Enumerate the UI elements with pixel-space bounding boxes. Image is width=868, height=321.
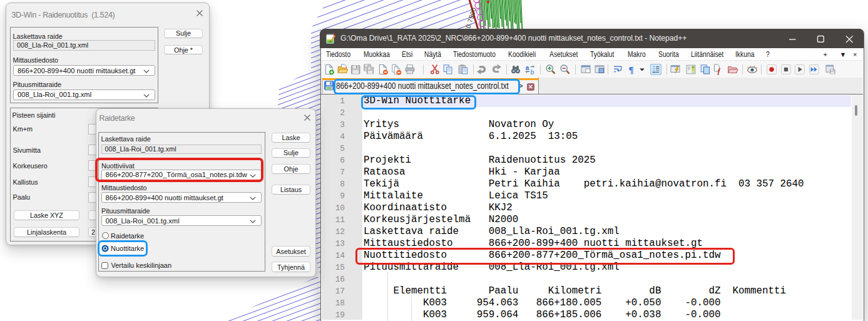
scrollbar-thumb[interactable] [855, 105, 857, 116]
sulje-button[interactable]: Sulje [272, 148, 310, 158]
print-icon[interactable] [404, 64, 416, 75]
row-label-sivumitta: Sivumitta [13, 146, 41, 154]
vertailu-checkbox-label: Vertailu keskilinjaan [111, 262, 172, 269]
line-number-12: 12 [322, 226, 345, 238]
open-file-icon[interactable] [337, 64, 349, 75]
close-icon[interactable] [196, 9, 203, 17]
sulje-button[interactable]: Sulje [164, 29, 203, 38]
indent-guide-icon[interactable] [650, 64, 661, 75]
macro-play-icon[interactable] [794, 64, 805, 75]
undo-icon[interactable] [476, 64, 488, 75]
zoom-out-icon[interactable] [559, 64, 571, 75]
pituusmittaraide-combobox[interactable]: 008_Lla-Roi_001.tg.xml [101, 215, 262, 226]
close-all-icon[interactable] [391, 64, 402, 75]
macro-run-multiple-icon[interactable] [809, 64, 820, 75]
chevron-down-icon [250, 174, 256, 178]
vertical-scrollbar[interactable] [852, 94, 864, 320]
function-list-icon[interactable]: f [713, 64, 724, 75]
close-icon[interactable] [304, 114, 311, 121]
ohje-button[interactable]: Ohje * [164, 45, 203, 54]
menu-muokkaa[interactable]: Muokkaa [364, 48, 390, 61]
cut-icon[interactable] [429, 64, 441, 75]
menu-tiedostomuoto[interactable]: Tiedostomuoto [453, 48, 496, 61]
laskettava-raide-field[interactable]: 008_Lla-Roi_001.tg.xml [13, 40, 155, 51]
line-number-19: 19 [322, 309, 345, 321]
close-file-icon[interactable] [377, 64, 389, 75]
new-file-icon[interactable] [324, 64, 335, 75]
text-line-4: Päivämäärä 6.1.2025 13:05 [364, 131, 578, 143]
dialog-title: Raidetarke [100, 111, 135, 125]
menu-ikkuna[interactable]: Ikkuna [735, 48, 754, 61]
mittaustiedosto-combobox[interactable]: 866+200-899+400 nuotti mittaukset.gt [101, 192, 262, 203]
save-icon[interactable] [350, 64, 361, 75]
menu-ty-kalut[interactable]: Työkalut [590, 48, 614, 61]
tyhjenna-button[interactable]: Tyhjennä [272, 262, 310, 272]
nuottitarke-radio-checked[interactable] [101, 245, 109, 252]
menu-koodikieli[interactable]: Koodikieli [508, 48, 536, 61]
svg-text:b: b [530, 69, 534, 76]
word-wrap-icon[interactable] [612, 64, 623, 75]
find-icon[interactable] [510, 64, 521, 75]
indent-guide [387, 272, 388, 321]
paste-icon[interactable] [457, 64, 469, 75]
menubar-dropdown-icon[interactable]: ▼ [840, 48, 847, 61]
doc-switcher-icon[interactable] [700, 64, 711, 75]
menu-makro[interactable]: Makro [628, 48, 646, 61]
tab-title[interactable]: 866+200-899+400 nuotti mittaukset_notes_… [336, 78, 509, 94]
menu-n-yt-[interactable]: Näytä [424, 48, 441, 61]
dropdown-icon[interactable] [636, 64, 648, 75]
menu-liit-nn-iset[interactable]: Liitännäiset [691, 48, 723, 61]
toolbar-separator [666, 64, 667, 74]
line-number-2: 2 [322, 107, 345, 119]
toolbar-separator [423, 64, 424, 74]
menubar-plus-icon[interactable]: + [824, 48, 827, 61]
menu-asetukset[interactable]: Asetukset [549, 48, 578, 61]
linjalaskenta-button[interactable]: Linjalaskenta [14, 227, 79, 237]
monitor-icon[interactable] [670, 64, 681, 75]
indent-guide [411, 297, 412, 321]
laske-xyz-button[interactable]: Laske XYZ [14, 210, 79, 220]
laskettava-raide-field[interactable]: 008_Lla-Roi_001.tg.xml [101, 145, 262, 155]
tab-close-button[interactable]: ✕ [527, 83, 535, 91]
vertailu-checkbox[interactable] [101, 262, 108, 269]
pituusmittaraide-label: Pituusmittaraide [101, 207, 150, 215]
line-number-15: 15 [322, 262, 345, 273]
text-line-1: 3D-Win Nuottitarke [364, 95, 471, 107]
redo-icon[interactable] [491, 64, 502, 75]
menu-etsi[interactable]: Etsi [402, 48, 412, 61]
menu-suorita[interactable]: Suorita [658, 48, 679, 61]
replace-icon[interactable]: ab [524, 64, 536, 75]
save-all-icon[interactable] [364, 64, 375, 75]
macro-stop-icon[interactable] [780, 64, 792, 75]
folder-as-workspace-icon[interactable] [727, 64, 738, 75]
macro-record-icon[interactable] [766, 64, 777, 75]
combobox-value: 866+200-877+200_Törmä_osa1_notes.pi.tdw [106, 171, 247, 178]
menu-tiedosto[interactable]: Tiedosto [326, 48, 350, 61]
listaus-button[interactable]: Listaus [272, 185, 310, 195]
laske-button[interactable]: Laske [272, 133, 310, 143]
ohje-button[interactable]: Ohje [272, 164, 310, 174]
macro-save-icon[interactable] [825, 64, 836, 75]
view-eye-icon[interactable] [747, 64, 758, 75]
line-number-1: 1 [322, 95, 345, 107]
window-title: G:\Oma Drive\1_RATA 2025\2_NRC\866+200-8… [340, 29, 687, 48]
document-map-icon[interactable] [685, 64, 697, 75]
svg-text:¶: ¶ [629, 65, 634, 75]
caption-buttons [774, 29, 862, 48]
line-number-11: 11 [322, 214, 345, 226]
menu-?[interactable]: ? [766, 48, 770, 61]
asetukset-button[interactable]: Asetukset [272, 246, 310, 257]
chevron-down-icon [250, 196, 256, 200]
raidetarke-radio[interactable] [102, 232, 109, 239]
mittaustiedosto-combobox[interactable]: 866+200-899+400 nuotti mittaukset.gt [13, 65, 155, 76]
zoom-in-icon[interactable] [545, 64, 556, 75]
text-line-11: Korkeusjärjestelmä N2000 [364, 214, 518, 226]
titlebar[interactable]: G:\Oma Drive\1_RATA 2025\2_NRC\866+200-8… [320, 29, 864, 49]
menubar-close-icon[interactable]: × [853, 48, 857, 61]
pituusmittaraide-combobox[interactable]: 008_Lla-Roi_001.tg.xml [13, 89, 155, 100]
nuottiviivat-combobox[interactable]: 866+200-877+200_Törmä_osa1_notes.pi.tdw [101, 170, 262, 180]
copy-icon[interactable] [442, 64, 454, 75]
postit-icon[interactable] [594, 64, 605, 75]
fullscreen-icon[interactable] [580, 64, 591, 75]
tab-overflow-indicator[interactable]: > [519, 78, 523, 94]
